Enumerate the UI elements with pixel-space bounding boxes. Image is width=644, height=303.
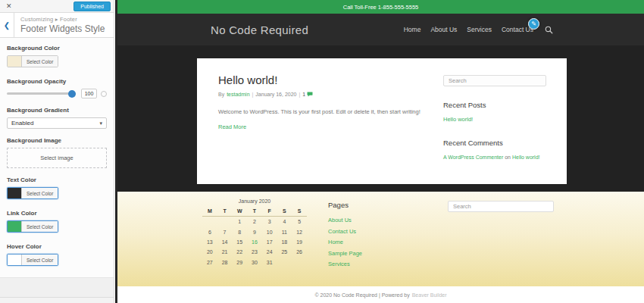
meta-separator: |	[299, 92, 300, 97]
calendar-cell: 14	[217, 237, 233, 247]
link-color-label: Link Color	[7, 210, 107, 217]
select-image-button[interactable]: Select image	[7, 148, 107, 168]
post-meta: By testadmin | January 16, 2020 | 1	[218, 92, 428, 97]
calendar-cell: 10	[262, 226, 277, 236]
calendar-cell: 9	[247, 226, 262, 236]
text-color-swatch	[8, 188, 21, 198]
nav-item-services[interactable]: Services	[467, 26, 492, 33]
calendar-cell: 31	[262, 258, 277, 267]
pages-link-sample-page[interactable]: Sample Page	[328, 250, 362, 257]
pages-heading: Pages	[328, 201, 362, 209]
select-color-label: Select Color	[21, 188, 58, 198]
comment-on-label: on	[505, 155, 511, 160]
hover-color-swatch	[8, 255, 21, 265]
panel-header: ❮ Customizing ▸ Footer Footer Widgets St…	[0, 13, 114, 38]
commenter-link[interactable]: A WordPress Commenter	[443, 155, 503, 160]
calendar-today-link[interactable]: 16	[247, 237, 262, 247]
calendar-caption: January 2020	[202, 198, 307, 204]
calendar-cell: 12	[292, 226, 307, 236]
background-gradient-value: Enabled	[11, 120, 33, 127]
pages-link-services[interactable]: Services	[328, 261, 362, 267]
calendar-table: M T W T F S S 1 2 3	[202, 206, 307, 267]
hover-color-select-button[interactable]: Select Color	[7, 254, 58, 266]
edit-shortcut-icon[interactable]: ✎	[528, 18, 539, 30]
calendar-cell: 22	[232, 247, 247, 257]
meta-separator: |	[252, 92, 254, 97]
calendar-cell: 5	[292, 217, 307, 227]
sidebar-search-input[interactable]	[443, 75, 546, 86]
back-arrow-icon[interactable]: ❮	[0, 13, 14, 37]
calendar-day-header: T	[217, 206, 233, 217]
calendar-day-header: S	[292, 206, 307, 217]
background-color-label: Background Color	[7, 45, 107, 52]
calendar-cell: 19	[292, 237, 307, 247]
pages-link-home[interactable]: Home	[328, 239, 362, 245]
text-color-select-button[interactable]: Select Color	[7, 187, 58, 199]
copyright-bar: © 2020 No Code Required | Powered by Bea…	[117, 286, 644, 303]
calendar-cell: 8	[232, 226, 247, 236]
calendar-cell: 2	[247, 217, 262, 227]
reset-icon[interactable]	[101, 91, 107, 97]
copyright-text: © 2020 No Code Required | Powered by	[314, 292, 409, 298]
calendar-cell: 26	[292, 247, 307, 257]
recent-posts-heading: Recent Posts	[443, 101, 546, 109]
nav-item-about-us[interactable]: About Us	[430, 26, 457, 33]
calendar-cell: 23	[247, 247, 262, 257]
calendar-day-header: T	[247, 206, 262, 217]
calendar-cell: 29	[232, 258, 247, 267]
publish-button[interactable]: Published	[73, 2, 111, 11]
recent-post-link[interactable]: Hello world!	[443, 116, 473, 123]
post-excerpt: Welcome to WordPress. This is your first…	[218, 108, 428, 117]
background-gradient-select[interactable]: Enabled ▾	[7, 117, 107, 129]
calendar-cell: 28	[217, 258, 233, 267]
close-icon[interactable]: ✕	[6, 3, 12, 10]
opacity-slider[interactable]	[7, 92, 76, 95]
opacity-slider-handle[interactable]	[68, 90, 76, 98]
calendar-cell: 6	[202, 226, 217, 236]
meta-by-label: By	[218, 92, 224, 97]
customizer-sidebar: ✕ Published ❮ Customizing ▸ Footer Foote…	[0, 0, 114, 303]
search-icon[interactable]	[545, 26, 553, 34]
calendar-cell	[217, 217, 233, 227]
beaver-builder-link[interactable]: Beaver Builder	[412, 292, 447, 298]
calendar-cell: 1	[232, 217, 247, 227]
panel-title: Footer Widgets Style	[20, 23, 105, 34]
pencil-icon: ✎	[531, 21, 536, 27]
link-color-swatch	[8, 221, 21, 232]
background-color-swatch	[8, 56, 21, 67]
select-color-label: Select Color	[21, 255, 58, 265]
calendar-cell: 18	[277, 237, 292, 247]
background-opacity-label: Background Opacity	[7, 78, 107, 85]
control-background-image: Background Image Select image	[7, 137, 107, 168]
control-hover-color: Hover Color Select Color	[7, 243, 107, 268]
opacity-value-input[interactable]	[81, 89, 97, 98]
background-color-select-button[interactable]: Select Color	[7, 55, 58, 67]
nav-item-home[interactable]: Home	[404, 26, 421, 33]
chevron-down-icon: ▾	[99, 120, 102, 127]
calendar-day-header: W	[232, 206, 247, 217]
commented-post-link[interactable]: Hello world!	[512, 155, 540, 160]
pages-widget: Pages About Us Contact Us Home Sample Pa…	[328, 201, 362, 272]
text-color-label: Text Color	[7, 176, 107, 183]
control-background-gradient: Background Gradient Enabled ▾	[7, 107, 107, 129]
post-title[interactable]: Hello world!	[218, 73, 428, 86]
read-more-link[interactable]: Read More	[218, 123, 246, 130]
background-image-label: Background Image	[7, 137, 107, 144]
select-color-label: Select Color	[21, 56, 58, 67]
calendar-cell: 25	[277, 247, 292, 257]
customizer-bottom-bar	[0, 297, 114, 303]
calendar-widget: January 2020 M T W T F S S	[202, 198, 307, 267]
comments-count-link[interactable]: 1	[302, 92, 313, 97]
site-header: No Code Required Home About Us Services …	[117, 14, 644, 45]
content-card: Hello world! By testadmin | January 16, …	[197, 58, 567, 184]
link-color-select-button[interactable]: Select Color	[7, 220, 58, 233]
calendar-cell	[277, 258, 292, 267]
site-title[interactable]: No Code Required	[211, 23, 308, 36]
footer-search-input[interactable]	[448, 201, 554, 212]
calendar-cell: 30	[247, 258, 262, 267]
calendar-day-header: F	[262, 206, 277, 217]
author-link[interactable]: testadmin	[227, 92, 249, 97]
pages-link-about-us[interactable]: About Us	[328, 217, 362, 223]
pages-link-contact-us[interactable]: Contact Us	[328, 228, 362, 235]
calendar-cell: 11	[277, 226, 292, 236]
